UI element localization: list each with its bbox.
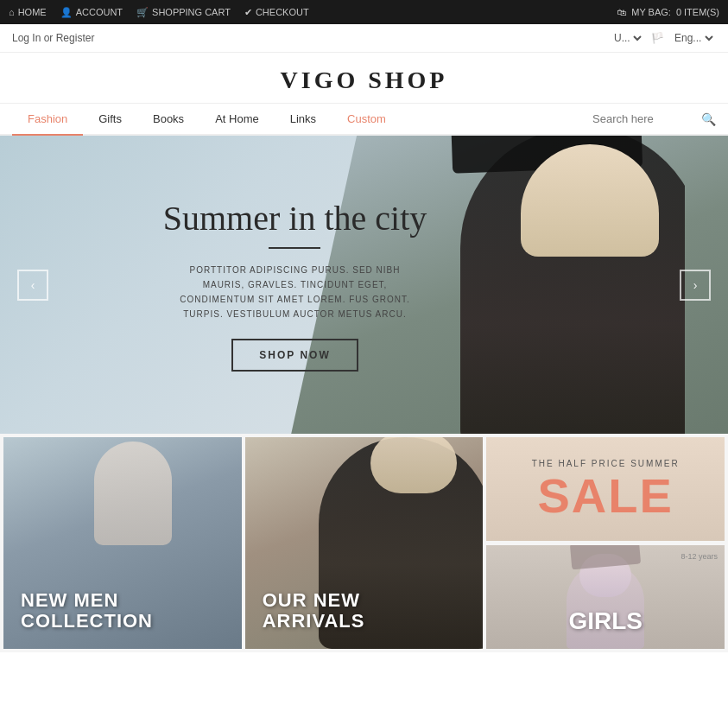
bag-icon: 🛍 (617, 7, 626, 17)
banner-grid: NEW MEN COLLECTION OUR NEW ARRIVALS THE … (0, 434, 728, 652)
hero-image (408, 136, 685, 434)
girls-text: GIRLS (495, 607, 716, 635)
nav-fashion[interactable]: Fashion (12, 104, 83, 136)
cart-icon: 🛒 (136, 7, 149, 18)
chevron-right-icon: › (693, 278, 698, 292)
girls-age-label: 8-12 years (681, 552, 718, 561)
hero-next-button[interactable]: › (680, 270, 711, 301)
main-nav: Fashion Gifts Books At Home Links Custom… (0, 103, 728, 136)
shop-now-button[interactable]: SHOP NOW (231, 339, 358, 372)
account-link[interactable]: 👤 ACCOUNT (60, 7, 123, 18)
banner-girls[interactable]: 8-12 years GIRLS (486, 545, 725, 649)
account-bar-right: U... 🏳️ Eng... (611, 31, 716, 45)
site-logo[interactable]: VIGO SHOP (0, 67, 728, 94)
banner-sale[interactable]: THE HALF PRICE SUMMER SALE (486, 437, 725, 541)
sale-text: THE HALF PRICE SUMMER SALE (486, 437, 725, 541)
checkout-icon: ✔ (244, 7, 252, 18)
nav-books[interactable]: Books (137, 104, 199, 134)
chevron-left-icon: ‹ (31, 278, 35, 292)
banner-new-arrivals[interactable]: OUR NEW ARRIVALS (245, 437, 484, 649)
hero-prev-button[interactable]: ‹ (17, 270, 48, 301)
hero-description: PORTTITOR ADIPISCING PURUS. SED NIBH MAU… (174, 263, 415, 321)
nav-links: Fashion Gifts Books At Home Links Custom (12, 104, 402, 134)
search-area: 🔍 (592, 112, 716, 126)
men-collection-text: NEW MEN COLLECTION (21, 590, 153, 632)
hero-slider: Summer in the city PORTTITOR ADIPISCING … (0, 136, 728, 434)
user-select[interactable]: U... (611, 31, 644, 45)
login-register-link[interactable]: Log In or Register (12, 32, 94, 44)
home-icon: ⌂ (9, 7, 15, 17)
checkout-link[interactable]: ✔ CHECKOUT (244, 7, 309, 18)
account-bar: Log In or Register U... 🏳️ Eng... (0, 24, 728, 53)
banner-men-collection[interactable]: NEW MEN COLLECTION (3, 437, 242, 649)
language-select[interactable]: Eng... (671, 31, 716, 45)
logo-bar: VIGO SHOP (0, 53, 728, 103)
hero-title: Summer in the city (163, 198, 427, 238)
nav-at-home[interactable]: At Home (199, 104, 275, 134)
nav-custom[interactable]: Custom (332, 104, 402, 134)
top-bar-right: 🛍 MY BAG: 0 ITEM(S) (617, 7, 719, 17)
top-bar-nav: ⌂ HOME 👤 ACCOUNT 🛒 SHOPPING CART ✔ CHECK… (9, 7, 309, 18)
hero-content: Summer in the city PORTTITOR ADIPISCING … (163, 198, 427, 372)
girls-title: GIRLS (495, 607, 716, 635)
shopping-cart-link[interactable]: 🛒 SHOPPING CART (136, 7, 231, 18)
nav-links[interactable]: Links (275, 104, 332, 134)
nav-gifts[interactable]: Gifts (83, 104, 137, 134)
men-collection-title: NEW MEN COLLECTION (21, 590, 153, 632)
sale-main: SALE (537, 472, 673, 520)
sale-subtitle: THE HALF PRICE SUMMER (532, 459, 680, 468)
new-arrivals-title: OUR NEW ARRIVALS (263, 590, 365, 632)
account-icon: 👤 (60, 7, 73, 18)
hero-divider (269, 247, 320, 249)
new-arrivals-text: OUR NEW ARRIVALS (263, 590, 365, 632)
top-bar: ⌂ HOME 👤 ACCOUNT 🛒 SHOPPING CART ✔ CHECK… (0, 0, 728, 24)
search-input[interactable] (592, 112, 696, 125)
banner-right-col: THE HALF PRICE SUMMER SALE 8-12 years GI… (486, 437, 725, 649)
home-link[interactable]: ⌂ HOME (9, 7, 47, 17)
search-icon[interactable]: 🔍 (701, 112, 716, 126)
